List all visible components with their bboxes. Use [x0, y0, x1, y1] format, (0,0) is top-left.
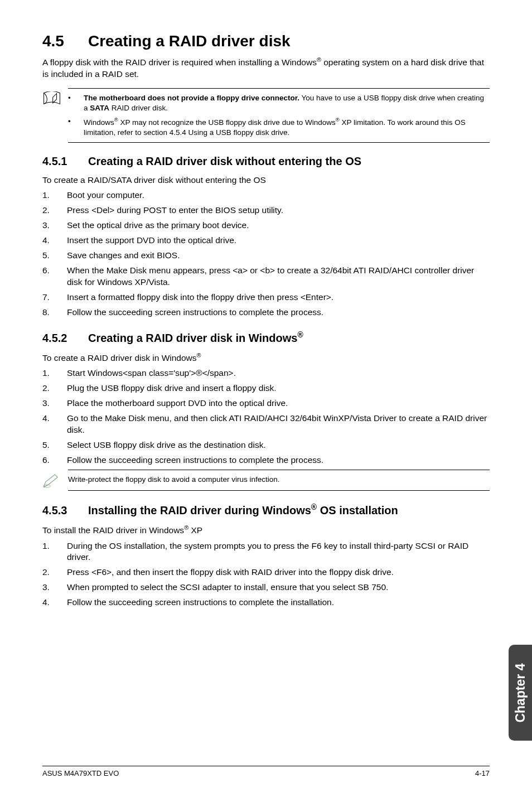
list-item: 6.Follow the succeeding screen instructi…: [42, 455, 490, 466]
list-item: 5.Save changes and exit BIOS.: [42, 250, 490, 262]
list-item: 2.Plug the USB floppy disk drive and ins…: [42, 383, 490, 394]
subsection-title: Creating a RAID driver disk in Windows®: [88, 332, 303, 344]
step-list: 1.During the OS installation, the system…: [42, 540, 490, 609]
subsection-title: Creating a RAID driver disk without ente…: [88, 155, 361, 167]
section-title: Creating a RAID driver disk: [88, 32, 291, 50]
step-list: 1.Boot your computer.2.Press <Del> durin…: [42, 190, 490, 318]
chapter-tab-label: Chapter 4: [513, 663, 528, 722]
lead-text: To create a RAID driver disk in Windows®: [42, 351, 490, 364]
note-item: •Windows® XP may not recognize the USB f…: [68, 117, 490, 138]
footer-left: ASUS M4A79XTD EVO: [42, 769, 119, 777]
intro-text: A floppy disk with the RAID driver is re…: [42, 56, 490, 80]
list-item: 6.When the Make Disk menu appears, press…: [42, 265, 490, 288]
list-item: 4.Follow the succeeding screen instructi…: [42, 597, 490, 608]
step-list: 1.Start Windows<span class='sup'>®</span…: [42, 368, 490, 466]
note-item: •The motherboard does not provide a flop…: [68, 93, 490, 113]
note-icon: [42, 88, 68, 143]
note-block: •The motherboard does not provide a flop…: [42, 88, 490, 143]
pen-icon: [42, 470, 68, 491]
list-item: 1.During the OS installation, the system…: [42, 540, 490, 564]
subsection-number: 4.5.2: [42, 332, 88, 345]
subsection-heading: 4.5.1Creating a RAID driver disk without…: [42, 155, 490, 168]
lead-text: To install the RAID driver in Windows® X…: [42, 524, 490, 537]
section-heading: 4.5Creating a RAID driver disk: [42, 32, 490, 50]
list-item: 2.Press <Del> during POST to enter the B…: [42, 205, 490, 216]
lead-text: To create a RAID/SATA driver disk withou…: [42, 175, 490, 186]
subsection-heading: 4.5.3Installing the RAID driver during W…: [42, 503, 490, 518]
list-item: 1.Start Windows<span class='sup'>®</span…: [42, 368, 490, 379]
section-number: 4.5: [42, 32, 88, 50]
subsection-number: 4.5.1: [42, 155, 88, 168]
list-item: 1.Boot your computer.: [42, 190, 490, 201]
note-body: •The motherboard does not provide a flop…: [68, 88, 490, 143]
list-item: 3.Set the optical drive as the primary b…: [42, 220, 490, 231]
note-list: •The motherboard does not provide a flop…: [68, 93, 490, 138]
footer-right: 4-17: [475, 769, 490, 777]
list-item: 5.Select USB floppy disk drive as the de…: [42, 439, 490, 451]
chapter-tab: Chapter 4: [509, 645, 532, 741]
list-item: 8.Follow the succeeding screen instructi…: [42, 307, 490, 318]
subsection-heading: 4.5.2Creating a RAID driver disk in Wind…: [42, 331, 490, 345]
subsection-title: Installing the RAID driver during Window…: [88, 504, 398, 516]
page-footer: ASUS M4A79XTD EVO 4-17: [42, 766, 490, 777]
subsection-number: 4.5.3: [42, 504, 88, 517]
note-block: Write-protect the floppy disk to avoid a…: [42, 470, 490, 491]
list-item: 3.Place the motherboard support DVD into…: [42, 398, 490, 409]
list-item: 2.Press <F6>, and then insert the floppy…: [42, 567, 490, 578]
list-item: 3.When prompted to select the SCSI adapt…: [42, 582, 490, 593]
list-item: 4.Insert the support DVD into the optica…: [42, 235, 490, 247]
list-item: 7.Insert a formatted floppy disk into th…: [42, 292, 490, 303]
note-body: Write-protect the floppy disk to avoid a…: [68, 470, 490, 491]
list-item: 4.Go to the Make Disk menu, and then cli…: [42, 413, 490, 436]
